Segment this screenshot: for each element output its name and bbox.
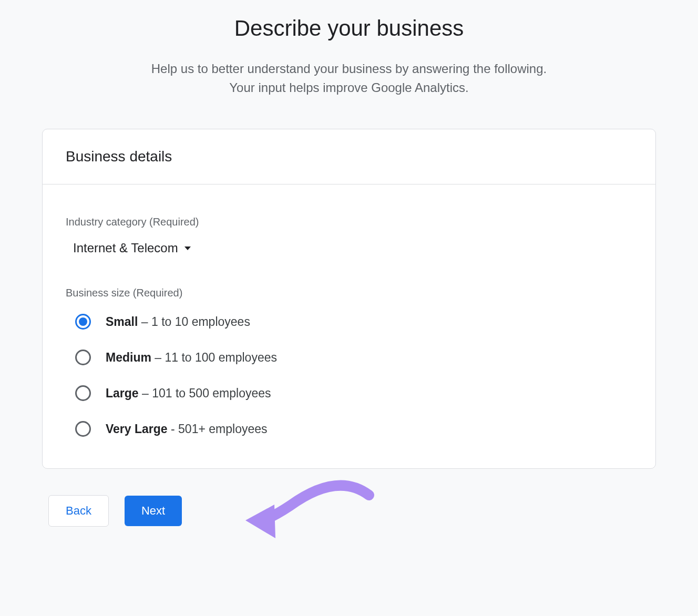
radio-icon xyxy=(75,350,91,365)
business-size-label: Business size (Required) xyxy=(66,287,632,299)
radio-label: Small – 1 to 10 employees xyxy=(106,315,250,329)
radio-icon xyxy=(75,385,91,401)
radio-label: Large – 101 to 500 employees xyxy=(106,386,271,401)
radio-label: Very Large - 501+ employees xyxy=(106,422,268,436)
radio-option-very-large[interactable]: Very Large - 501+ employees xyxy=(75,421,632,437)
subtitle-line-2: Your input helps improve Google Analytic… xyxy=(229,80,468,95)
industry-dropdown-value: Internet & Telecom xyxy=(73,241,178,255)
industry-label: Industry category (Required) xyxy=(66,216,632,228)
subtitle-line-1: Help us to better understand your busine… xyxy=(151,61,547,76)
radio-option-small[interactable]: Small – 1 to 10 employees xyxy=(75,314,632,330)
radio-icon xyxy=(75,314,91,330)
page-subtitle: Help us to better understand your busine… xyxy=(42,59,656,97)
page-title: Describe your business xyxy=(42,16,656,41)
next-button[interactable]: Next xyxy=(125,496,182,526)
card-title: Business details xyxy=(66,148,632,165)
business-size-radio-group: Small – 1 to 10 employees Medium – 11 to… xyxy=(75,314,632,437)
radio-option-large[interactable]: Large – 101 to 500 employees xyxy=(75,385,632,401)
caret-down-icon xyxy=(184,247,191,250)
business-details-card: Business details Industry category (Requ… xyxy=(42,129,656,469)
industry-dropdown[interactable]: Internet & Telecom xyxy=(73,241,191,255)
radio-option-medium[interactable]: Medium – 11 to 100 employees xyxy=(75,350,632,365)
button-row: Back Next xyxy=(48,495,656,527)
annotation-arrow-icon xyxy=(243,479,379,553)
radio-icon xyxy=(75,421,91,437)
back-button[interactable]: Back xyxy=(48,495,109,527)
card-header: Business details xyxy=(43,129,655,184)
radio-label: Medium – 11 to 100 employees xyxy=(106,351,277,365)
page-header: Describe your business Help us to better… xyxy=(42,16,656,97)
card-body: Industry category (Required) Internet & … xyxy=(43,184,655,468)
